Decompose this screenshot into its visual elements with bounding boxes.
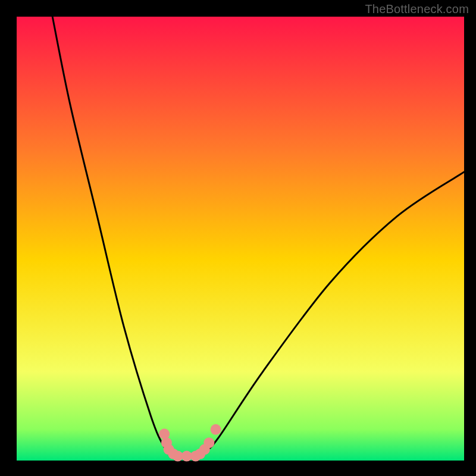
bottleneck-chart <box>0 0 476 476</box>
watermark-text: TheBottleneck.com <box>365 2 469 16</box>
data-marker <box>211 424 221 435</box>
plot-background <box>17 17 464 461</box>
data-marker <box>203 437 214 448</box>
chart-container: TheBottleneck.com <box>0 0 476 476</box>
